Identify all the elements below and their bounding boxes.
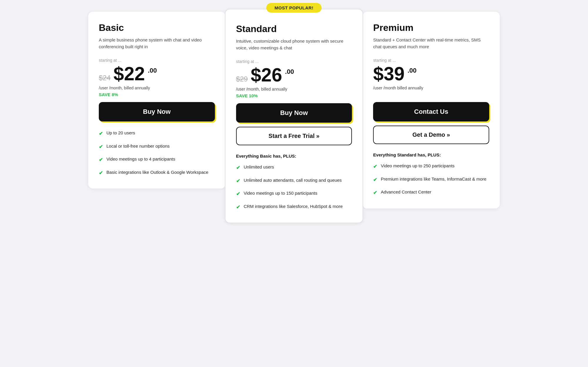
feature-text: Local or toll-free number options (106, 143, 170, 150)
standard-price-billing: /user /month, billed annually (236, 87, 352, 91)
basic-price-current: $22 (113, 64, 145, 83)
feature-text: Video meetings up to 4 participants (106, 156, 175, 163)
basic-price-row: $24 $22 .00 (99, 64, 215, 83)
check-icon: ✔ (236, 177, 240, 185)
standard-plan-name: Standard (236, 24, 352, 34)
check-icon: ✔ (236, 190, 240, 198)
feature-text: Advanced Contact Center (381, 189, 431, 196)
premium-plan-name: Premium (373, 22, 489, 33)
list-item: ✔ CRM integrations like Salesforce, HubS… (236, 203, 352, 211)
standard-free-trial-button[interactable]: Start a Free Trial » (236, 127, 352, 145)
premium-contact-us-button[interactable]: Contact Us (373, 102, 489, 121)
standard-price-row: $29 $26 .00 (236, 66, 352, 84)
list-item: ✔ Video meetings up to 4 participants (99, 156, 215, 164)
standard-price-cents: .00 (285, 68, 294, 76)
feature-text: Unlimited users (244, 164, 274, 171)
check-icon: ✔ (236, 203, 240, 211)
list-item: ✔ Premium integrations like Teams, Infor… (373, 176, 489, 184)
standard-plan-card: MOST POPULAR! Standard Intuitive, custom… (225, 9, 363, 223)
list-item: ✔ Local or toll-free number options (99, 143, 215, 151)
feature-text: Basic integrations like Outlook & Google… (106, 169, 208, 176)
basic-price-area: $24 $22 .00 /user /month, billed annuall… (99, 64, 215, 100)
standard-price-original: $29 (236, 75, 248, 83)
list-item: ✔ Unlimited users (236, 164, 352, 172)
most-popular-badge: MOST POPULAR! (266, 3, 322, 13)
premium-price-area: $39 .00 /user /month billed annually (373, 64, 489, 100)
basic-plan-card: Basic A simple business phone system wit… (88, 12, 225, 188)
premium-plan-card: Premium Standard + Contact Center with r… (363, 12, 500, 208)
premium-price-cents: .00 (407, 67, 417, 74)
premium-starting-at: starting at ... (373, 58, 489, 63)
standard-starting-at: starting at ... (236, 59, 352, 64)
standard-price-current: $26 (251, 66, 282, 84)
basic-feature-list: ✔ Up to 20 users ✔ Local or toll-free nu… (99, 130, 215, 177)
feature-text: Video meetings up to 250 participants (381, 163, 455, 169)
basic-plan-name: Basic (99, 22, 215, 33)
check-icon: ✔ (373, 189, 377, 197)
premium-plan-description: Standard + Contact Center with real-time… (373, 37, 489, 51)
list-item: ✔ Advanced Contact Center (373, 189, 489, 197)
premium-feature-list: ✔ Video meetings up to 250 participants … (373, 163, 489, 197)
feature-text: Video meetings up to 150 participants (244, 190, 318, 197)
premium-price-row: $39 .00 (373, 64, 489, 83)
standard-price-area: $29 $26 .00 /user /month, billed annuall… (236, 66, 352, 101)
check-icon: ✔ (99, 130, 103, 138)
feature-text: Up to 20 users (106, 130, 135, 136)
check-icon: ✔ (99, 143, 103, 151)
basic-starting-at: starting at ... (99, 58, 215, 63)
list-item: ✔ Unlimited auto attendants, call routin… (236, 177, 352, 185)
check-icon: ✔ (373, 163, 377, 171)
list-item: ✔ Basic integrations like Outlook & Goog… (99, 169, 215, 177)
check-icon: ✔ (373, 176, 377, 184)
basic-plan-description: A simple business phone system with chat… (99, 37, 215, 51)
list-item: ✔ Video meetings up to 150 participants (236, 190, 352, 198)
list-item: ✔ Up to 20 users (99, 130, 215, 138)
check-icon: ✔ (99, 156, 103, 164)
check-icon: ✔ (99, 169, 103, 177)
list-item: ✔ Video meetings up to 250 participants (373, 163, 489, 171)
basic-buy-now-button[interactable]: Buy Now (99, 102, 215, 121)
check-icon: ✔ (236, 164, 240, 172)
premium-price-current: $39 (373, 64, 405, 83)
basic-price-cents: .00 (148, 67, 157, 74)
pricing-container: Basic A simple business phone system wit… (88, 12, 500, 223)
feature-text: CRM integrations like Salesforce, HubSpo… (244, 203, 343, 210)
standard-features-header: Everything Basic has, PLUS: (236, 154, 352, 159)
basic-price-billing: /user /month, billed annually (99, 86, 215, 90)
premium-get-demo-button[interactable]: Get a Demo » (373, 126, 489, 144)
standard-plan-description: Intuitive, customizable cloud phone syst… (236, 38, 352, 52)
standard-save-badge: SAVE 10% (236, 93, 352, 98)
standard-feature-list: ✔ Unlimited users ✔ Unlimited auto atten… (236, 164, 352, 211)
basic-save-badge: SAVE 8% (99, 92, 215, 97)
feature-text: Premium integrations like Teams, Informa… (381, 176, 486, 183)
basic-price-original: $24 (99, 74, 111, 82)
standard-buy-now-button[interactable]: Buy Now (236, 103, 352, 123)
premium-features-header: Everything Standard has, PLUS: (373, 152, 489, 157)
feature-text: Unlimited auto attendants, call routing … (244, 177, 342, 184)
premium-price-billing: /user /month billed annually (373, 86, 489, 90)
